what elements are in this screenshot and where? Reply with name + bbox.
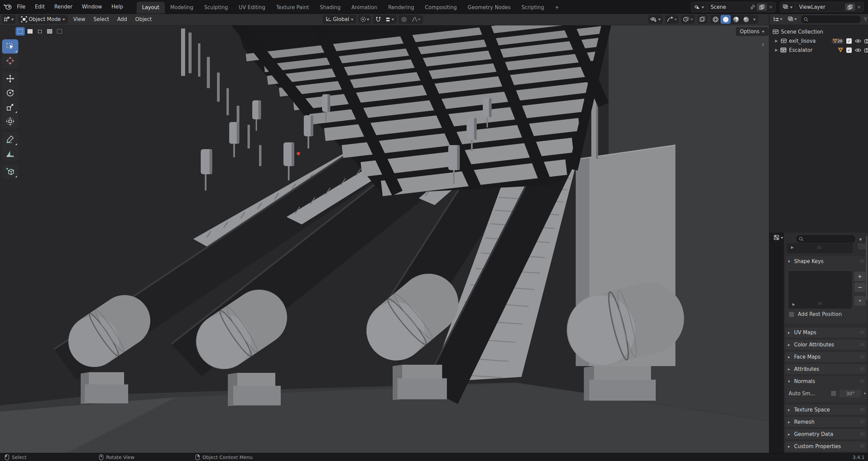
add-rest-position-checkbox[interactable] <box>789 312 794 317</box>
outliner-editor-type-button[interactable]: ▼ <box>771 15 784 24</box>
sidebar-collapse-arrow[interactable]: ‹ <box>762 40 765 48</box>
properties-search-input[interactable] <box>795 235 856 243</box>
section-texture-space[interactable]: ▸ Texture Space ⠿⠿ <box>785 405 867 415</box>
unlink-scene-icon[interactable]: ✕ <box>769 4 775 10</box>
shape-keys-list[interactable]: ▶ ⠿⠿ <box>789 271 852 308</box>
auto-smooth-angle-field[interactable]: 30° <box>840 390 861 397</box>
shape-key-specials-button[interactable]: ▼ <box>854 296 866 306</box>
grip-dots[interactable]: ⠿⠿ <box>817 302 822 306</box>
tab-texture-paint[interactable]: Texture Paint <box>271 2 314 14</box>
transform-orientation-dropdown[interactable]: Global ▼ <box>323 15 356 24</box>
section-remesh[interactable]: ▸ Remesh ⠿⠿ <box>785 417 867 427</box>
grip-dots[interactable]: ⠿⠿ <box>860 259 864 264</box>
previous-list-box[interactable]: ▶ ⠿⠿ <box>787 243 852 253</box>
section-face-maps[interactable]: ▸ Face Maps ⠿⠿ <box>785 352 867 362</box>
section-custom-properties[interactable]: ▸ Custom Properties ⠿⠿ <box>785 441 867 452</box>
tool-rotate[interactable] <box>2 86 18 100</box>
filter-icon[interactable] <box>864 17 867 22</box>
menu-window[interactable]: Window <box>77 4 107 10</box>
scene-name[interactable]: Scene <box>707 4 751 10</box>
scrollbar[interactable] <box>866 236 867 300</box>
select-mode-new-button[interactable] <box>16 27 25 36</box>
section-uv-maps[interactable]: ▸ UV Maps ⠿⠿ <box>785 327 867 338</box>
hide-eye-icon[interactable] <box>855 48 861 53</box>
tab-layout[interactable]: Layout <box>137 2 165 14</box>
select-mode-extend-button[interactable] <box>25 27 35 36</box>
menu-edit[interactable]: Edit <box>30 4 50 10</box>
tool-cursor[interactable] <box>2 54 18 68</box>
exclude-checkbox[interactable]: ✓ <box>846 38 852 44</box>
tool-select-box[interactable] <box>2 39 18 54</box>
outliner-row-exit-lisova[interactable]: ▶ exit_lisova 20 ✓ <box>769 36 868 45</box>
remove-shape-key-button[interactable]: − <box>854 282 866 293</box>
tool-scale[interactable] <box>2 100 18 114</box>
gizmos-dropdown[interactable]: ▼ <box>665 15 679 24</box>
proportional-editing-toggle[interactable] <box>399 15 409 24</box>
grip-dots[interactable]: ⠿⠿ <box>817 246 821 250</box>
view-layer-name[interactable]: ViewLayer <box>796 4 844 10</box>
viewport-3d-scene[interactable] <box>0 0 868 461</box>
shape-keys-header[interactable]: ▾ Shape Keys ⠿⠿ <box>785 256 867 266</box>
list-side-button[interactable] <box>858 243 867 249</box>
grip-dots[interactable]: ⠿⠿ <box>860 355 864 359</box>
select-mode-subtract-button[interactable] <box>35 27 44 36</box>
viewport-menu-view[interactable]: View <box>71 16 88 22</box>
tool-annotate[interactable] <box>2 132 18 146</box>
new-scene-button[interactable] <box>757 3 767 11</box>
tool-add-cube[interactable] <box>2 164 18 179</box>
auto-smooth-checkbox[interactable] <box>831 390 836 396</box>
grip-dots[interactable]: ⠿⠿ <box>860 330 864 335</box>
grip-dots[interactable]: ⠿⠿ <box>860 432 864 437</box>
add-shape-key-button[interactable]: + <box>854 271 866 282</box>
tab-sculpting[interactable]: Sculpting <box>199 2 233 14</box>
camera-visibility-icon[interactable] <box>864 48 868 53</box>
expand-arrow-icon[interactable]: ▶ <box>774 39 779 43</box>
tab-scripting[interactable]: Scripting <box>516 2 550 14</box>
properties-editor-type-button[interactable]: ▼ <box>772 233 785 242</box>
menu-render[interactable]: Render <box>50 4 77 10</box>
blender-logo-icon[interactable] <box>3 3 12 11</box>
section-attributes[interactable]: ▸ Attributes ⠿⠿ <box>785 364 867 374</box>
add-workspace-button[interactable]: + <box>550 2 565 14</box>
tool-transform[interactable] <box>2 114 18 128</box>
grip-dots[interactable]: ⠿⠿ <box>860 379 864 384</box>
tab-geometry-nodes[interactable]: Geometry Nodes <box>462 2 516 14</box>
pivot-point-dropdown[interactable]: ▼ <box>358 15 371 24</box>
options-dropdown[interactable]: Options ▼ <box>736 27 769 36</box>
hide-eye-icon[interactable] <box>855 39 861 43</box>
shading-solid-button[interactable] <box>721 15 731 24</box>
exclude-checkbox[interactable]: ✓ <box>846 47 852 53</box>
select-mode-invert-button[interactable] <box>45 27 54 36</box>
shading-dropdown[interactable]: ▼ <box>751 15 758 24</box>
normals-header[interactable]: ▾ Normals ⠿⠿ <box>785 376 867 386</box>
tab-animation[interactable]: Animation <box>346 2 382 14</box>
outliner-row-scene-collection[interactable]: Scene Collection <box>769 27 868 36</box>
mode-dropdown[interactable]: Object Mode ▼ <box>18 15 68 24</box>
snap-target-dropdown[interactable]: ▼ <box>383 15 397 24</box>
tab-rendering[interactable]: Rendering <box>383 2 420 14</box>
grip-dots[interactable]: ⠿⠿ <box>860 343 864 347</box>
expand-arrow-icon[interactable]: ▶ <box>791 245 794 249</box>
pin-icon[interactable] <box>750 4 755 10</box>
tab-uv-editing[interactable]: UV Editing <box>233 2 271 14</box>
view-layer-browse-button[interactable]: ▼ <box>780 4 795 10</box>
grip-dots[interactable]: ⠿⠿ <box>860 420 864 424</box>
animate-property-dot[interactable] <box>864 393 866 394</box>
remove-view-layer-icon[interactable]: ✕ <box>857 4 864 10</box>
add-rest-position-row[interactable]: Add Rest Position <box>789 311 842 317</box>
object-visibility-dropdown[interactable]: ▼ <box>648 15 663 24</box>
tab-shading[interactable]: Shading <box>314 2 346 14</box>
outliner-search-input[interactable] <box>801 15 861 24</box>
viewport-menu-select[interactable]: Select <box>91 16 112 22</box>
outliner-display-mode-button[interactable]: ▼ <box>786 15 799 24</box>
grip-dots[interactable]: ⠿⠿ <box>860 367 864 372</box>
grip-dots[interactable]: ⠿⠿ <box>860 408 864 412</box>
tool-move[interactable] <box>2 72 18 86</box>
shading-material-button[interactable] <box>731 15 741 24</box>
overlays-dropdown[interactable]: ▼ <box>681 15 695 24</box>
snap-toggle[interactable] <box>373 15 383 24</box>
section-color-attributes[interactable]: ▸ Color Attributes ⠿⠿ <box>785 340 867 350</box>
tab-modeling[interactable]: Modeling <box>165 2 199 14</box>
shading-wireframe-button[interactable] <box>710 15 721 24</box>
menu-file[interactable]: File <box>12 4 30 10</box>
